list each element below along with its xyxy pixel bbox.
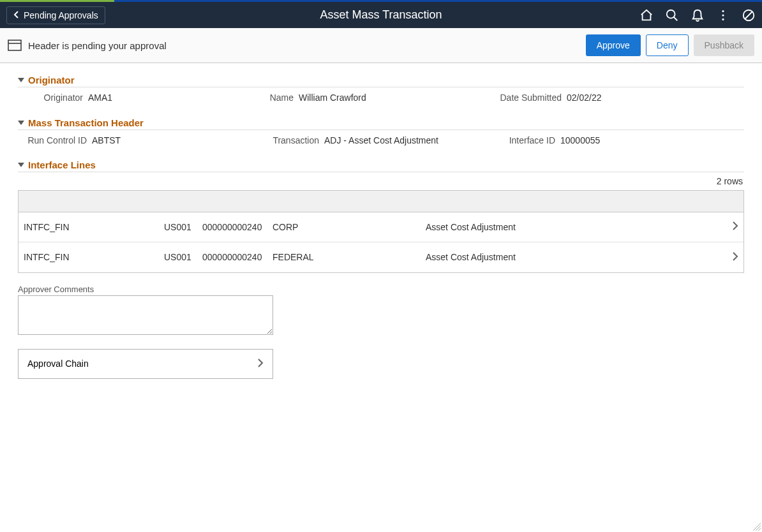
svg-line-9 [758,528,761,531]
cell-desc: Asset Cost Adjustment [426,252,726,262]
nosign-icon[interactable] [742,8,756,22]
mass-header-title: Mass Transaction Header [28,117,144,128]
chevron-right-icon [726,252,738,263]
originator-header[interactable]: Originator [18,75,744,87]
action-buttons: Approve Deny Pushback [586,34,754,56]
table-row[interactable]: INTFC_FIN US001 000000000240 CORP Asset … [19,212,743,242]
mass-header-header[interactable]: Mass Transaction Header [18,117,744,130]
interface-lines-title: Interface Lines [28,159,96,170]
subheader-bar: Header is pending your approval Approve … [0,28,762,63]
chevron-left-icon [13,10,20,20]
interface-lines-section: Interface Lines 2 rows INTFC_FIN US001 0… [18,159,744,273]
interface-id-label: Interface ID [484,135,560,145]
cell-bu: US001 [164,222,202,232]
name-value: William Crawford [299,92,366,103]
run-control-label: Run Control ID [18,135,92,145]
originator-section: Originator Originator AMA1 Name William … [18,75,744,108]
bell-icon[interactable] [691,8,705,22]
name-label: Name [260,92,299,103]
originator-value: AMA1 [88,92,112,103]
svg-point-1 [722,10,724,12]
interface-id-value: 10000055 [560,135,600,145]
grid-header [19,191,743,212]
back-button[interactable]: Pending Approvals [6,6,105,24]
status-text: Header is pending your approval [28,40,167,51]
chevron-right-icon [726,221,738,232]
cell-num: 000000000240 [202,222,273,232]
cell-book: FEDERAL [273,252,426,262]
search-icon[interactable] [665,8,679,22]
header-bar: Pending Approvals Asset Mass Transaction [0,2,762,28]
transaction-value: ADJ - Asset Cost Adjustment [324,135,438,145]
back-button-label: Pending Approvals [24,10,98,20]
deny-button[interactable]: Deny [646,34,689,56]
approve-button[interactable]: Approve [586,34,641,56]
cell-type: INTFC_FIN [24,252,164,262]
collapse-icon [18,121,24,125]
subheader-left: Header is pending your approval [8,40,167,51]
transaction-label: Transaction [241,135,324,145]
pushback-button: Pushback [694,34,754,56]
cell-desc: Asset Cost Adjustment [426,222,726,232]
approver-comments-group: Approver Comments [18,284,744,337]
table-row[interactable]: INTFC_FIN US001 000000000240 FEDERAL Ass… [19,242,743,272]
svg-rect-5 [8,40,21,50]
originator-fields: Originator AMA1 Name William Crawford Da… [18,87,744,108]
resize-grip-icon [752,522,761,531]
svg-point-2 [722,14,724,16]
interface-lines-header[interactable]: Interface Lines [18,159,744,172]
cell-num: 000000000240 [202,252,273,262]
svg-point-3 [722,18,724,20]
collapse-icon [18,163,24,167]
svg-point-0 [667,10,675,18]
header-icons [639,8,756,22]
chevron-right-icon [257,357,264,371]
home-icon[interactable] [639,8,654,22]
kebab-icon[interactable] [716,8,730,22]
cell-bu: US001 [164,252,202,262]
collapse-icon [18,78,24,82]
mass-header-fields: Run Control ID ABTST Transaction ADJ - A… [18,130,744,151]
svg-line-8 [756,526,761,531]
originator-title: Originator [28,75,75,85]
card-icon [8,40,22,51]
cell-book: CORP [273,222,426,232]
mass-header-section: Mass Transaction Header Run Control ID A… [18,117,744,151]
approver-comments-input[interactable] [18,295,273,335]
approver-comments-label: Approver Comments [18,284,744,294]
date-value: 02/02/22 [567,92,602,103]
run-control-value: ABTST [92,135,121,145]
content-area: Originator Originator AMA1 Name William … [0,63,762,390]
cell-type: INTFC_FIN [24,222,164,232]
page-title: Asset Mass Transaction [320,8,442,22]
approval-chain-label: Approval Chain [27,358,89,369]
interface-lines-grid: INTFC_FIN US001 000000000240 CORP Asset … [18,190,744,273]
originator-label: Originator [18,92,88,103]
approval-chain-button[interactable]: Approval Chain [18,349,273,379]
row-count: 2 rows [18,172,744,190]
date-label: Date Submitted [490,92,567,103]
